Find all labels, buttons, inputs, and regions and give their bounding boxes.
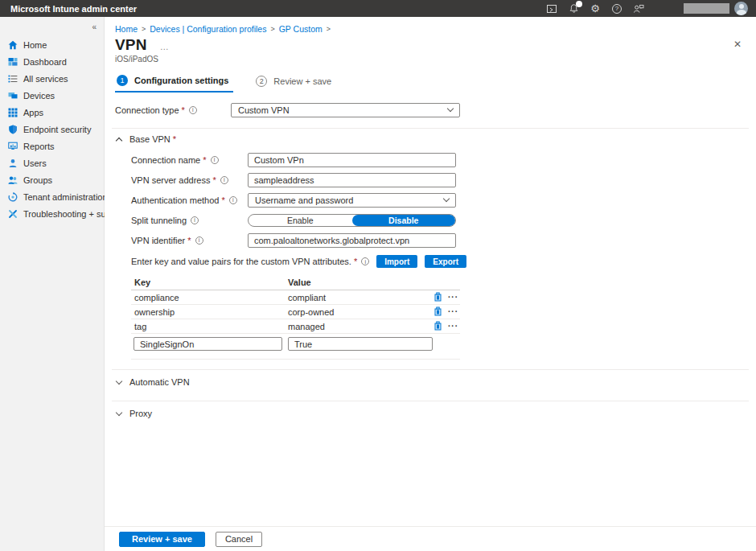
info-icon[interactable]: i (220, 176, 228, 184)
connection-type-label-group: Connection type * i (115, 105, 231, 115)
vpn-identifier-input[interactable] (248, 233, 456, 248)
tenant-administration-icon (8, 192, 18, 202)
sidebar-item-apps[interactable]: Apps (0, 104, 104, 121)
split-tunneling-toggle: Enable Disable (248, 214, 456, 227)
sidebar-item-label: Apps (23, 108, 43, 117)
row-more-icon[interactable]: ··· (448, 310, 458, 315)
section-divider (112, 369, 749, 370)
table-header-row: Key Value (131, 274, 460, 290)
chevron-down-icon (116, 409, 122, 416)
sidebar-item-devices[interactable]: Devices (0, 87, 104, 104)
app-title: Microsoft Intune admin center (10, 4, 137, 14)
required-asterisk: * (221, 195, 224, 205)
breadcrumb-separator: > (270, 25, 274, 33)
help-icon[interactable]: ? (610, 2, 623, 15)
selected-value: Custom VPN (238, 105, 290, 115)
info-icon[interactable]: i (195, 236, 203, 245)
row-more-icon[interactable]: ··· (448, 295, 458, 300)
info-icon[interactable]: i (211, 156, 219, 164)
page-title: VPN (115, 36, 147, 54)
vpn-identifier-row: VPN identifier * i (105, 230, 466, 250)
sidebar-item-label: Dashboard (23, 57, 67, 67)
troubleshooting-icon (8, 209, 18, 219)
field-label: VPN server address (131, 175, 210, 185)
sidebar-item-tenant-administration[interactable]: Tenant administration (0, 188, 104, 205)
required-asterisk: * (203, 155, 206, 165)
export-button[interactable]: Export (425, 255, 466, 268)
new-row-inputs (134, 337, 460, 351)
groups-icon (8, 175, 18, 185)
sidebar-item-troubleshooting-support[interactable]: Troubleshooting + support (0, 205, 104, 222)
sidebar-item-home[interactable]: Home (0, 36, 104, 53)
row-more-icon[interactable]: ··· (448, 324, 458, 329)
user-avatar[interactable] (734, 2, 748, 15)
tab-configuration-settings[interactable]: 1 Configuration settings (115, 75, 233, 93)
sidebar-item-users[interactable]: Users (0, 154, 104, 171)
sidebar-collapse-button[interactable]: « (0, 17, 104, 36)
sidebar: « Home Dashboard All services Devices Ap… (0, 17, 105, 551)
field-label: Authentication method (131, 195, 219, 205)
table-bottom-divider (131, 359, 460, 360)
breadcrumb-gp-custom[interactable]: GP Custom (279, 24, 323, 34)
close-icon[interactable]: ✕ (733, 39, 742, 50)
table-row: tag managed ··· (131, 319, 460, 334)
import-button[interactable]: Import (376, 255, 417, 268)
sidebar-item-label: Reports (23, 142, 55, 151)
tab-review-save[interactable]: 2 Review + save (254, 75, 336, 93)
connection-type-select[interactable]: Custom VPN (231, 103, 460, 117)
field-label: Connection type (115, 105, 179, 115)
split-tunneling-row: Split tunneling i Enable Disable (105, 210, 466, 230)
section-divider (112, 401, 749, 401)
reports-icon (8, 142, 18, 151)
sidebar-item-dashboard[interactable]: Dashboard (0, 53, 104, 70)
sidebar-item-endpoint-security[interactable]: Endpoint security (0, 121, 104, 138)
feedback-icon[interactable] (632, 2, 645, 15)
sidebar-item-all-services[interactable]: All services (0, 70, 104, 87)
settings-gear-icon[interactable]: ⚙ (589, 2, 602, 15)
sidebar-item-label: Endpoint security (23, 125, 91, 134)
collapse-sidebar-icon: « (92, 23, 97, 31)
notifications-bell-icon[interactable] (567, 2, 580, 15)
delete-row-icon[interactable] (433, 321, 443, 331)
proxy-section: Proxy (105, 401, 466, 422)
help-glyph: ? (612, 4, 622, 14)
section-title: Proxy (129, 409, 152, 418)
table-row: compliance compliant ··· (131, 290, 460, 305)
vpn-server-address-row: VPN server address * i (105, 170, 466, 190)
connection-type-row: Connection type * i Custom VPN (105, 100, 466, 120)
split-tunneling-disable-option[interactable]: Disable (352, 215, 456, 226)
section-header-automatic-vpn[interactable]: Automatic VPN (105, 373, 466, 391)
breadcrumb-configuration-profiles[interactable]: Devices | Configuration profiles (150, 24, 266, 34)
review-save-button[interactable]: Review + save (119, 532, 205, 547)
connection-name-input[interactable] (248, 153, 456, 167)
import-export-buttons: Import Export (376, 255, 466, 268)
context-menu-icon[interactable]: … (160, 42, 170, 51)
new-key-input[interactable] (134, 337, 282, 351)
required-asterisk: * (182, 105, 185, 115)
field-label: Split tunneling (131, 216, 187, 225)
info-icon[interactable]: i (191, 216, 199, 224)
delete-row-icon[interactable] (433, 292, 443, 302)
cancel-button[interactable]: Cancel (216, 532, 262, 547)
info-icon[interactable]: i (361, 257, 369, 265)
vpn-server-address-input[interactable] (248, 173, 456, 187)
new-value-input[interactable] (288, 337, 433, 351)
cloud-shell-icon[interactable] (545, 2, 558, 15)
section-header-base-vpn[interactable]: Base VPN * (105, 129, 466, 150)
info-icon[interactable]: i (229, 196, 237, 204)
split-tunneling-enable-option[interactable]: Enable (249, 215, 352, 226)
delete-row-icon[interactable] (433, 306, 443, 317)
section-header-proxy[interactable]: Proxy (105, 405, 466, 422)
sidebar-item-label: Home (23, 40, 47, 50)
authentication-method-select[interactable]: Username and password (248, 193, 456, 208)
row-actions: ··· (433, 306, 460, 317)
authentication-method-label-group: Authentication method * i (131, 195, 248, 205)
sidebar-item-groups[interactable]: Groups (0, 171, 104, 188)
info-icon[interactable]: i (189, 106, 197, 114)
sidebar-item-reports[interactable]: Reports (0, 138, 104, 154)
account-info-redacted[interactable] (684, 3, 729, 14)
breadcrumb-home[interactable]: Home (115, 24, 138, 34)
connection-name-row: Connection name * i (105, 150, 466, 170)
row-actions: ··· (433, 292, 460, 302)
kv-caption-text: Enter key and value pairs for the custom… (131, 257, 351, 266)
